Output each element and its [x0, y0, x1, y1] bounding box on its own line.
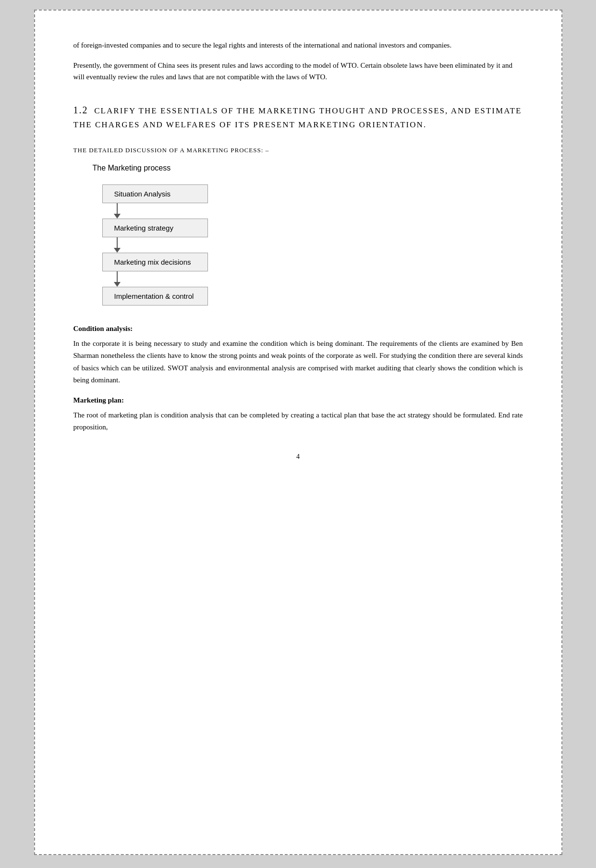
diagram-title: The Marketing process	[93, 164, 523, 172]
arrow-line-3	[117, 271, 118, 282]
section-heading-1-2: 1.2 Clarify the essentials of the market…	[73, 102, 523, 132]
paragraph-2: Presently, the government of China sees …	[73, 60, 523, 83]
diagram-box-implementation: Implementation & control	[102, 287, 208, 306]
document-page: of foreign-invested companies and to sec…	[34, 10, 562, 855]
diagram-box-marketing-strategy: Marketing strategy	[102, 219, 208, 237]
heading-main-text: 1.2 Clarify the essentials of the market…	[73, 102, 523, 132]
arrow-3	[117, 271, 121, 287]
condition-analysis-heading: Condition analysis:	[73, 325, 523, 333]
marketing-plan-text: The root of marketing plan is condition …	[73, 409, 523, 434]
subheading-text: The detailed discussion of a marketing p…	[73, 147, 523, 154]
arrow-line-1	[117, 203, 118, 214]
page-number: 4	[73, 453, 523, 461]
arrow-head-1	[114, 214, 121, 219]
condition-analysis-text: In the corporate it is being necessary t…	[73, 338, 523, 387]
heading-content: Clarify the essentials of the marketing …	[73, 106, 522, 129]
arrow-head-2	[114, 248, 121, 253]
paragraph-1: of foreign-invested companies and to sec…	[73, 39, 523, 51]
diagram-box-situation-analysis: Situation Analysis	[102, 184, 208, 203]
heading-number: 1.2	[73, 105, 88, 115]
diagram-box-marketing-mix: Marketing mix decisions	[102, 253, 208, 271]
arrow-head-3	[114, 282, 121, 287]
arrow-1	[117, 203, 121, 219]
marketing-plan-heading: Marketing plan:	[73, 396, 523, 404]
arrow-2	[117, 237, 121, 253]
marketing-process-diagram: Situation Analysis Marketing strategy Ma…	[102, 184, 523, 306]
arrow-line-2	[117, 237, 118, 248]
